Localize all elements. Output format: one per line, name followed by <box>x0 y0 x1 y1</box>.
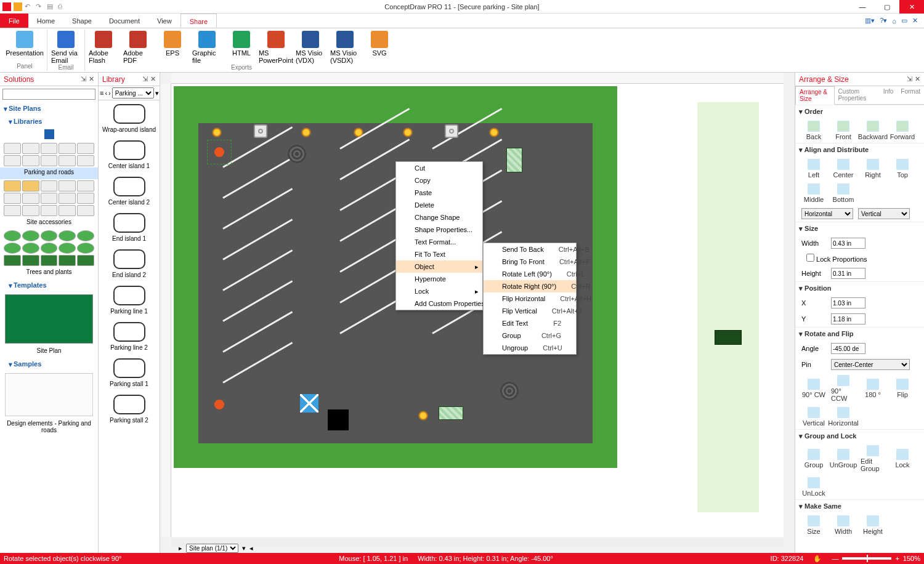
group-button[interactable]: Group <box>801 449 826 469</box>
home-icon[interactable]: ⌂ <box>892 17 896 25</box>
section-align[interactable]: Align and Distribute <box>795 143 924 156</box>
section-size[interactable]: Size <box>795 222 924 235</box>
right-button[interactable]: Right <box>861 159 885 179</box>
middle-button[interactable]: Middle <box>801 183 826 203</box>
vertical-distribute-select[interactable]: Vertical <box>858 208 910 219</box>
backward-button[interactable]: Backward <box>861 121 885 140</box>
tab-share[interactable]: Share <box>180 14 217 28</box>
library-shape[interactable]: Center island 1 <box>99 137 160 173</box>
tree-samples[interactable]: Samples <box>0 358 98 371</box>
180--button[interactable]: 180 ° <box>861 379 885 398</box>
menu-item[interactable]: UngroupCtrl+U <box>484 342 576 354</box>
arrange-tab-custom[interactable]: Custom Properties <box>835 86 880 104</box>
menu-item[interactable]: Text Format... <box>396 236 482 248</box>
menu-item[interactable]: Cut <box>396 162 482 174</box>
lib-label-trees[interactable]: Trees and plants <box>0 267 98 279</box>
section-group[interactable]: Group and Lock <box>795 429 924 443</box>
solutions-search-input[interactable] <box>2 89 95 100</box>
pin-icon[interactable]: ⇲ <box>81 75 86 83</box>
menu-item[interactable]: Lock <box>396 285 482 297</box>
menu-item[interactable]: Change Shape <box>396 211 482 224</box>
menu-item[interactable]: Send To BackCtrl+Alt+B <box>484 243 576 256</box>
size-button[interactable]: Size <box>801 515 826 535</box>
section-same[interactable]: Make Same <box>795 499 924 513</box>
pin-icon[interactable]: ⇲ <box>907 75 912 83</box>
zoom-control[interactable]: — + 150% <box>832 555 920 562</box>
section-rotate[interactable]: Rotate and Flip <box>795 327 924 340</box>
window-close-doc-icon[interactable]: ✕ <box>912 17 918 25</box>
save-lib-icon[interactable] <box>44 129 54 139</box>
lib-dropdown-icon[interactable]: ▾ <box>155 89 159 97</box>
stencil-box-icon[interactable] <box>718 267 739 288</box>
lib-label-accessories[interactable]: Site accessories <box>0 217 98 229</box>
left-button[interactable]: Left <box>801 159 826 179</box>
ungroup-button[interactable]: UnGroup <box>831 449 856 469</box>
panel-toggle-icon[interactable]: ▥▾ <box>865 17 875 25</box>
height-input[interactable] <box>831 268 865 279</box>
width-button[interactable]: Width <box>831 515 856 535</box>
arrange-tab-format[interactable]: Format <box>897 86 924 104</box>
zoom-in-icon[interactable]: + <box>895 555 899 562</box>
stencil-manhole-icon[interactable] <box>718 225 739 246</box>
tab-document[interactable]: Document <box>100 14 148 28</box>
unlock-button[interactable]: UnLock <box>801 477 826 497</box>
lib-menu-icon[interactable]: ≡ <box>100 89 103 97</box>
close-panel-icon[interactable]: ✕ <box>150 75 156 83</box>
tab-view[interactable]: View <box>148 14 180 28</box>
height-button[interactable]: Height <box>861 515 885 535</box>
collapse-ribbon-icon[interactable]: ▭ <box>901 17 907 25</box>
lib-trees-thumbs[interactable] <box>0 229 98 267</box>
x-input[interactable] <box>831 297 865 308</box>
export-graphic-file[interactable]: Graphic file <box>192 30 222 64</box>
edit-group-button[interactable]: Edit Group <box>861 445 885 472</box>
tree-site-plans[interactable]: Site Plans <box>0 102 98 115</box>
sheet-tabs[interactable]: ▸ Site plan (1/1) ▾◂ <box>179 543 253 553</box>
menu-item[interactable]: Copy <box>396 174 482 187</box>
lib-accessories-thumbs[interactable] <box>0 179 98 217</box>
bottom-button[interactable]: Bottom <box>831 183 856 203</box>
menu-item[interactable]: Delete <box>396 199 482 211</box>
export-ms-powerpoint[interactable]: MS PowerPoint <box>261 30 291 64</box>
menu-item[interactable]: Add Custom Properties <box>396 297 482 310</box>
menu-item[interactable]: Shape Properties... <box>396 224 482 236</box>
menu-item[interactable]: Paste <box>396 187 482 199</box>
export-ms-visio-vsdx-[interactable]: MS Visio (VSDX) <box>330 30 360 64</box>
tree-libraries[interactable]: Libraries <box>0 115 98 128</box>
lib-label-parking[interactable]: Parking and roads <box>0 167 98 179</box>
library-dropdown[interactable]: Parking ... <box>112 87 154 99</box>
width-input[interactable] <box>831 238 865 249</box>
arrange-tab-info[interactable]: Info <box>880 86 898 104</box>
menu-item[interactable]: Fit To Text <box>396 248 482 260</box>
vertical-button[interactable]: Vertical <box>801 407 826 427</box>
menu-item[interactable]: Flip VerticalCtrl+Alt+J <box>484 305 576 317</box>
menu-item[interactable]: Flip HorizontalCtrl+Alt+H <box>484 292 576 305</box>
sheet-select[interactable]: Site plan (1/1) <box>186 544 238 553</box>
lock-button[interactable]: Lock <box>890 449 915 469</box>
library-shape[interactable]: Parking line 2 <box>99 318 160 355</box>
flip-button[interactable]: Flip <box>890 379 915 398</box>
stencil-camera-icon[interactable] <box>718 163 739 183</box>
library-shape[interactable]: Parking line 1 <box>99 282 160 318</box>
canvas[interactable]: CutCopyPasteDeleteChange ShapeShape Prop… <box>171 84 784 537</box>
context-submenu-object[interactable]: Send To BackCtrl+Alt+BBring To FrontCtrl… <box>483 243 577 355</box>
tree-templates[interactable]: Templates <box>0 279 98 292</box>
lock-proportions-checkbox[interactable]: Lock Proportions <box>806 254 867 263</box>
menu-item[interactable]: Bring To FrontCtrl+Alt+F <box>484 256 576 268</box>
lib-fwd-icon[interactable]: › <box>108 89 111 97</box>
90-ccw-button[interactable]: 90° CCW <box>831 375 856 402</box>
center-button[interactable]: Center <box>831 159 856 179</box>
tab-file[interactable]: File <box>0 14 28 28</box>
presentation-button[interactable]: Presentation <box>6 30 43 57</box>
sheet-menu-icon[interactable]: ▸ <box>179 544 182 552</box>
export-eps[interactable]: EPS <box>158 30 187 57</box>
send-email-button[interactable]: Send via Email <box>51 30 81 64</box>
pin-select[interactable]: Center-Center <box>831 359 910 370</box>
template-label[interactable]: Site Plan <box>0 346 98 358</box>
export-html[interactable]: HTML <box>227 30 256 57</box>
front-button[interactable]: Front <box>831 121 856 140</box>
pin-icon[interactable]: ⇲ <box>142 75 148 83</box>
y-input[interactable] <box>831 313 865 324</box>
sample-thumb[interactable] <box>5 373 93 416</box>
top-button[interactable]: Top <box>890 159 915 179</box>
tab-home[interactable]: Home <box>28 14 63 28</box>
